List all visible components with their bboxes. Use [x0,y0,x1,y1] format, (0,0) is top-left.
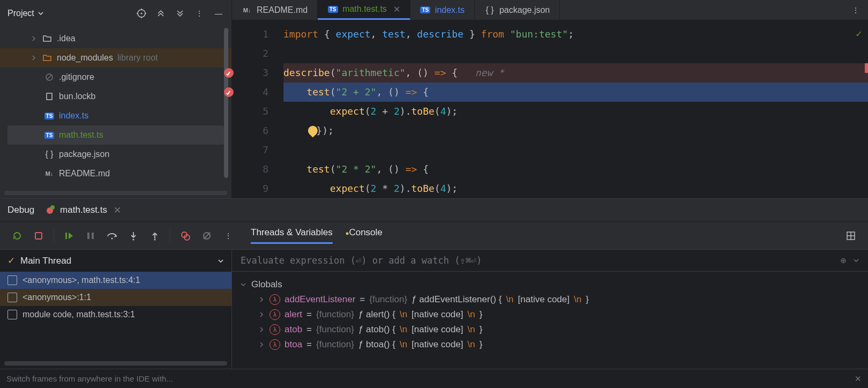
debug-tool-window-header: Debug math.test.ts ✕ [0,198,868,222]
stack-frame[interactable]: module code, math.test.ts:3:1 [0,306,231,323]
more-icon[interactable]: ⋮ [843,6,868,14]
scrollbar-h[interactable] [4,361,227,365]
svg-point-11 [133,238,134,240]
variables-panel: Evaluate expression (⏎) or add a watch (… [232,250,868,369]
stop-button[interactable] [29,226,48,245]
expand-up-icon[interactable] [155,8,166,19]
view-breakpoints-button[interactable] [176,226,195,245]
editor-tab[interactable]: TSmath.test.ts✕ [318,0,410,20]
chevron-down-icon[interactable] [853,257,859,264]
threads-panel: ✓ Main Thread <anonymous>, math.test.ts:… [0,250,232,369]
close-icon[interactable]: ✕ [393,4,400,14]
code-lines[interactable]: import { expect, test, describe } from "… [278,20,868,198]
tab-threads-variables[interactable]: Threads & Variables [251,227,333,244]
variable-row[interactable]: λaddEventListener = {function} ƒ addEven… [240,292,860,307]
scrollbar-v[interactable] [224,28,228,178]
stack-frame[interactable]: <anonymous>:1:1 [0,289,231,306]
minimize-icon[interactable]: — [213,8,224,19]
step-into-button[interactable] [124,226,143,245]
mute-breakpoints-button[interactable] [197,226,216,245]
chevron-down-icon [218,258,224,264]
variables-tree[interactable]: Globals λaddEventListener = {function} ƒ… [232,272,868,369]
file-item[interactable]: TSmath.test.ts [8,125,224,145]
editor-tabs: M↓README.mdTSmath.test.ts✕TSindex.ts{ }p… [232,0,868,20]
thread-selector[interactable]: ✓ Main Thread [0,250,231,272]
add-watch-icon[interactable]: ⊕ [840,256,847,265]
folder-item[interactable]: .idea [0,29,231,48]
project-sidebar: Project ⋮ — .ideanode_modules library ro… [0,0,232,198]
variable-row[interactable]: λbtoa = {function} ƒ btoa() {\n [native … [240,337,860,352]
editor-tab[interactable]: TSindex.ts [410,0,475,20]
file-item[interactable]: bun.lockb [0,87,231,106]
rerun-button[interactable] [8,226,27,245]
bug-icon [44,204,56,216]
svg-point-5 [50,205,55,210]
debug-session-tab[interactable]: math.test.ts ✕ [44,204,121,216]
svg-point-12 [154,238,156,240]
watch-input[interactable]: Evaluate expression (⏎) or add a watch (… [232,250,868,272]
svg-rect-9 [92,233,94,239]
stack-frame[interactable]: <anonymous>, math.test.ts:4:1 [0,272,231,289]
more-icon[interactable]: ⋮ [194,8,205,19]
chevron-down-icon [240,281,247,288]
debug-label: Debug [8,205,34,215]
status-text: Switch frames from anywhere in the IDE w… [6,374,173,383]
error-stripe[interactable] [865,63,868,73]
close-icon[interactable]: ✕ [114,205,121,216]
svg-rect-7 [65,233,67,239]
target-icon[interactable] [136,8,147,19]
file-item[interactable]: .gitignore [0,68,231,87]
svg-rect-3 [47,93,52,100]
folder-item[interactable]: node_modules library root [0,48,231,68]
step-over-button[interactable] [102,226,122,245]
svg-point-10 [111,237,113,239]
tab-console[interactable]: ●Console [346,227,383,244]
editor-tab[interactable]: { }package.json [475,0,560,20]
gutter[interactable]: 123456789 [232,20,278,198]
pause-button[interactable] [81,226,100,245]
file-item[interactable]: M↓README.md [0,164,231,183]
editor-area: M↓README.mdTSmath.test.ts✕TSindex.ts{ }p… [232,0,868,198]
variable-row[interactable]: λalert = {function} ƒ alert() {\n [nativ… [240,307,860,322]
svg-rect-6 [35,233,42,239]
debug-more-icon[interactable]: ⋮ [219,226,238,245]
variable-row[interactable]: λatob = {function} ƒ atob() {\n [native … [240,322,860,337]
step-out-button[interactable] [145,226,164,245]
editor-tab[interactable]: M↓README.md [232,0,318,20]
debug-panel: ⋮ Threads & Variables ●Console ✓ Main Th… [0,222,868,369]
code-editor[interactable]: 123456789 import { expect, test, describ… [232,20,868,198]
status-bar: Switch frames from anywhere in the IDE w… [0,369,868,388]
file-item[interactable]: TSindex.ts [0,106,231,125]
resume-button[interactable] [59,226,79,245]
file-item[interactable]: { }package.json [0,145,231,164]
check-ok-icon: ✓ [856,28,862,39]
project-title[interactable]: Project [8,9,44,18]
chevron-down-icon [38,10,44,17]
svg-rect-8 [87,233,89,239]
collapse-down-icon[interactable] [175,8,185,19]
frames-list[interactable]: <anonymous>, math.test.ts:4:1<anonymous>… [0,272,231,369]
scrollbar-h[interactable] [4,191,227,195]
globals-node[interactable]: Globals [240,277,860,292]
close-icon[interactable]: ✕ [855,374,862,384]
file-tree[interactable]: .ideanode_modules library root.gitignore… [0,27,231,198]
layout-icon[interactable] [841,226,860,245]
svg-point-1 [141,13,143,14]
